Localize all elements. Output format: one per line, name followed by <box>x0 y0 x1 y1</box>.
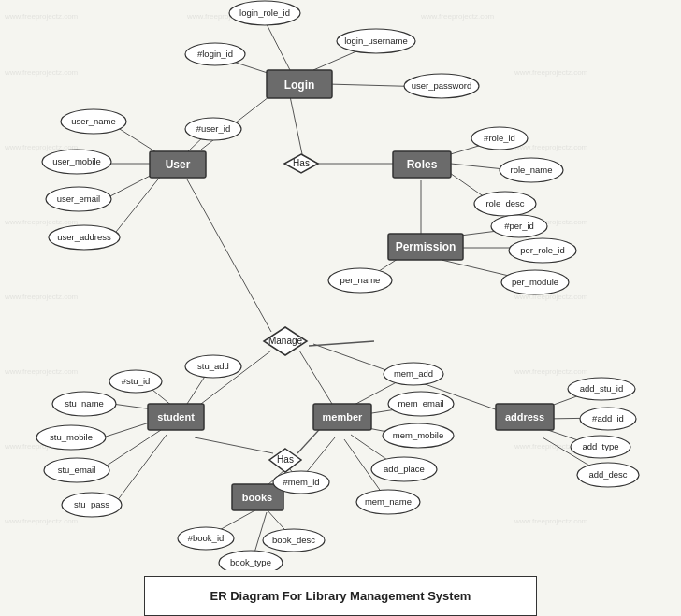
svg-text:per_module: per_module <box>512 277 558 287</box>
svg-text:per_name: per_name <box>340 275 381 285</box>
svg-text:www.freeprojectz.com: www.freeprojectz.com <box>514 517 588 525</box>
svg-text:stu_add: stu_add <box>197 361 229 371</box>
svg-text:User: User <box>166 158 191 171</box>
svg-text:mem_name: mem_name <box>365 496 412 507</box>
svg-text:books: books <box>242 492 272 503</box>
svg-text:www.freeprojectz.com: www.freeprojectz.com <box>4 367 79 376</box>
svg-text:book_type: book_type <box>230 557 271 567</box>
svg-text:book_desc: book_desc <box>272 535 315 545</box>
svg-text:per_role_id: per_role_id <box>520 245 565 255</box>
svg-text:stu_mobile: stu_mobile <box>50 432 93 442</box>
svg-line-22 <box>290 96 302 154</box>
svg-text:student: student <box>157 411 195 423</box>
svg-text:Login: Login <box>284 79 315 92</box>
svg-text:user_name: user_name <box>71 116 116 126</box>
svg-text:www.freeprojectz.com: www.freeprojectz.com <box>4 517 79 525</box>
svg-text:user_mobile: user_mobile <box>52 156 101 166</box>
svg-text:#role_id: #role_id <box>484 133 515 143</box>
svg-line-39 <box>299 351 332 404</box>
svg-text:mem_mobile: mem_mobile <box>393 430 443 440</box>
svg-text:#login_id: #login_id <box>197 49 233 59</box>
svg-text:www.freeprojectz.com: www.freeprojectz.com <box>4 293 79 301</box>
svg-text:address: address <box>505 411 544 423</box>
svg-text:stu_pass: stu_pass <box>74 499 109 509</box>
svg-text:Roles: Roles <box>407 158 438 171</box>
svg-text:role_desc: role_desc <box>485 198 524 208</box>
svg-text:#add_id: #add_id <box>592 413 624 423</box>
svg-text:#user_id: #user_id <box>196 123 230 134</box>
er-diagram-caption: ER Diagram For Library Management System <box>144 576 537 616</box>
svg-text:www.freeprojectz.com: www.freeprojectz.com <box>514 143 588 151</box>
svg-text:add_stu_id: add_stu_id <box>580 383 623 394</box>
svg-text:stu_email: stu_email <box>58 465 96 475</box>
svg-text:www.freeprojectz.com: www.freeprojectz.com <box>514 68 588 77</box>
svg-text:add_type: add_type <box>582 441 618 451</box>
svg-text:stu_name: stu_name <box>65 398 104 408</box>
svg-text:user_email: user_email <box>57 193 100 204</box>
svg-text:www.freeprojectz.com: www.freeprojectz.com <box>420 12 495 21</box>
svg-text:mem_email: mem_email <box>398 398 443 408</box>
svg-text:www.freeprojectz.com: www.freeprojectz.com <box>514 367 588 376</box>
svg-text:member: member <box>323 411 364 423</box>
svg-text:Has: Has <box>277 454 294 465</box>
svg-text:login_username: login_username <box>344 36 408 46</box>
svg-line-45 <box>101 430 161 469</box>
svg-text:mem_add: mem_add <box>394 368 433 379</box>
svg-line-46 <box>114 435 167 505</box>
svg-line-26 <box>112 176 161 236</box>
svg-text:www.freeprojectz.com: www.freeprojectz.com <box>4 68 79 77</box>
svg-line-48 <box>195 437 273 453</box>
svg-text:#book_id: #book_id <box>188 533 225 543</box>
svg-text:#per_id: #per_id <box>504 221 534 231</box>
svg-line-40 <box>309 341 374 346</box>
svg-text:#stu_id: #stu_id <box>122 376 151 386</box>
svg-text:add_desc: add_desc <box>588 469 627 480</box>
svg-text:www.freeprojectz.com: www.freeprojectz.com <box>4 12 79 21</box>
svg-text:Permission: Permission <box>396 240 456 253</box>
svg-text:www.freeprojectz.com: www.freeprojectz.com <box>4 218 79 226</box>
svg-text:add_place: add_place <box>384 464 425 474</box>
svg-text:role_name: role_name <box>511 165 553 175</box>
svg-text:login_role_id: login_role_id <box>239 7 290 18</box>
svg-text:#mem_id: #mem_id <box>283 477 319 487</box>
svg-text:Has: Has <box>293 158 310 168</box>
caption-text: ER Diagram For Library Management System <box>210 589 471 603</box>
svg-text:Manage: Manage <box>268 336 303 346</box>
svg-text:user_address: user_address <box>57 232 111 242</box>
svg-line-17 <box>265 21 290 70</box>
svg-line-37 <box>187 179 271 332</box>
svg-text:user_password: user_password <box>412 80 471 91</box>
